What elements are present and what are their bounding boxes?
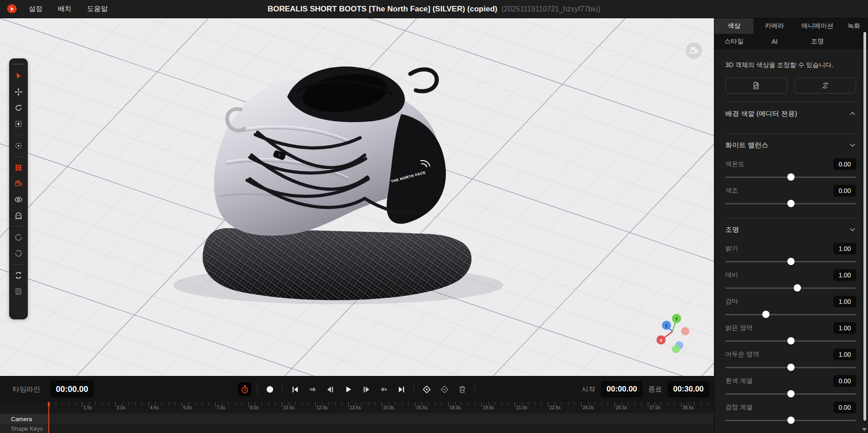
slider-track[interactable] (725, 282, 856, 294)
slider-track[interactable] (725, 171, 856, 183)
ruler-tick (89, 402, 89, 405)
current-time-display[interactable]: 00:00.00 (50, 381, 94, 398)
slider-value[interactable]: 1.00 (833, 322, 856, 334)
section-header[interactable]: 조명 (725, 218, 856, 241)
slider-thumb[interactable] (787, 337, 795, 344)
scale-tool-button[interactable] (12, 117, 26, 130)
record-button[interactable] (263, 382, 277, 396)
prev-keyframe-button[interactable] (306, 382, 320, 396)
time-range-controls: 시작 00:00.00 종료 00:30.00 (582, 376, 709, 402)
slider-track[interactable] (725, 335, 856, 347)
track-row[interactable]: Shape Keys (0, 424, 714, 433)
playhead[interactable] (48, 402, 49, 433)
model-boot[interactable]: THE NORTH FACE (0, 18, 714, 376)
track-name[interactable]: Camera (0, 414, 49, 423)
step-forward-button[interactable] (359, 382, 373, 396)
track-row[interactable]: Camera (0, 414, 714, 424)
delete-keyframe-button[interactable] (455, 382, 469, 396)
ruler-tick (202, 402, 202, 405)
skip-to-end-button[interactable] (395, 382, 408, 396)
rotate-tool-button[interactable] (12, 101, 26, 115)
slider-thumb[interactable] (794, 284, 801, 292)
track-lane[interactable] (49, 414, 714, 423)
slider-track[interactable] (725, 414, 856, 426)
menu-layout[interactable]: 배치 (58, 5, 72, 13)
tab-panel-0[interactable]: 색상 (714, 18, 754, 34)
chevron-up-icon[interactable] (849, 110, 856, 117)
reset-color-button[interactable] (795, 78, 857, 94)
slider-value[interactable]: 1.00 (833, 269, 856, 281)
slider-value[interactable]: 1.00 (833, 296, 856, 308)
panel-scrollbar[interactable] (863, 32, 866, 421)
tab-panel-6[interactable]: 조명 (796, 34, 839, 49)
slider-value[interactable]: 1.00 (833, 243, 856, 255)
toolbar-drag-handle[interactable] (12, 63, 25, 67)
axis-gizmo[interactable]: Y Z X (645, 306, 701, 362)
slider-row: 어두운 영역1.00 (725, 348, 856, 373)
undo-button[interactable] (12, 231, 26, 244)
redo-button[interactable] (12, 247, 26, 260)
section-header[interactable]: 화이트 밸런스 (725, 134, 856, 157)
section-title: 화이트 밸런스 (725, 141, 768, 150)
ruler-major-tick (481, 402, 482, 407)
move-tool-button[interactable] (12, 85, 26, 99)
add-keyframe-button[interactable] (420, 382, 434, 396)
doc_reset-icon (752, 81, 760, 90)
slider-thumb[interactable] (787, 173, 795, 181)
ruler-tick (155, 402, 156, 405)
slider-value[interactable]: 0.00 (833, 402, 856, 413)
ghost-toggle-button[interactable] (12, 209, 26, 222)
chevron-down-icon[interactable] (849, 141, 856, 149)
slider-track[interactable] (725, 256, 856, 267)
grid-toggle-button[interactable] (12, 161, 26, 174)
viewport-toolbar (9, 58, 28, 319)
slider-track[interactable] (725, 361, 856, 373)
section-header[interactable]: 배경 색깔 (에디터 전용) (725, 102, 856, 125)
slider-track[interactable] (725, 198, 856, 209)
save-button[interactable] (12, 285, 26, 298)
slider-thumb[interactable] (787, 200, 795, 207)
slider-thumb[interactable] (787, 364, 795, 371)
tab-panel-2[interactable]: 애니메이션 (796, 18, 839, 34)
keyframe-button[interactable] (438, 382, 451, 396)
tab-panel-4[interactable]: 스타일 (714, 34, 754, 49)
end-time-display[interactable]: 00:30.00 (667, 381, 709, 397)
ruler-major-tick (348, 402, 349, 407)
slider-value[interactable]: 0.00 (833, 185, 856, 197)
slider-track[interactable] (725, 308, 856, 320)
track-lane[interactable] (49, 424, 714, 433)
auto-keyframe-toggle[interactable] (238, 382, 252, 396)
slider-value[interactable]: 1.00 (833, 349, 856, 360)
tab-panel-3[interactable]: 녹화 (839, 18, 868, 34)
slider-value[interactable]: 0.00 (833, 158, 856, 170)
reset-texture-button[interactable] (725, 78, 787, 94)
menu-settings[interactable]: 설정 (29, 5, 42, 13)
slider-track[interactable] (725, 388, 856, 400)
slider-thumb[interactable] (787, 390, 795, 397)
slider-value[interactable]: 0.00 (833, 375, 856, 387)
visibility-toggle-button[interactable] (12, 193, 26, 206)
track-name[interactable]: Shape Keys (0, 424, 49, 433)
slider-label: 밝기 (725, 245, 738, 253)
play-button[interactable] (341, 382, 355, 396)
sync-button[interactable] (12, 269, 26, 282)
viewport-3d[interactable]: THE NORTH FACE (0, 18, 714, 376)
next-keyframe-button[interactable] (377, 382, 391, 396)
focus-tool-button[interactable] (12, 139, 26, 152)
select-tool-button[interactable] (12, 69, 26, 83)
skip-to-start-button[interactable] (288, 382, 302, 396)
tab-panel-1[interactable]: 카메라 (754, 18, 796, 34)
scroll-down-arrow-icon[interactable] (862, 428, 867, 431)
camera-mode-button[interactable] (12, 177, 26, 190)
timeline-ruler[interactable]: 1.5s3.0s4.5s6.0s7.5s9.0s10.5s12.0s13.5s1… (0, 402, 714, 414)
slider-thumb[interactable] (787, 417, 795, 424)
viewport-camera-button[interactable] (686, 42, 702, 59)
app-logo-icon[interactable] (6, 3, 18, 15)
tab-ai[interactable]: AI (754, 34, 796, 49)
slider-thumb[interactable] (762, 311, 770, 318)
chevron-down-icon[interactable] (849, 226, 856, 233)
menu-help[interactable]: 도움말 (87, 5, 108, 13)
slider-thumb[interactable] (787, 258, 795, 265)
start-time-display[interactable]: 00:00.00 (601, 381, 643, 397)
step-back-button[interactable] (324, 382, 337, 396)
